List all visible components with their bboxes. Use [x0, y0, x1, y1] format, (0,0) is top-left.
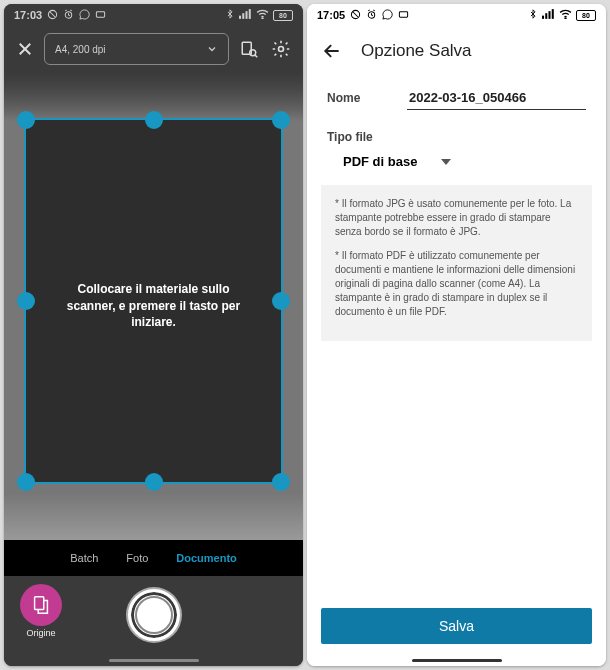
svg-rect-28: [542, 16, 544, 19]
scan-bottom-bar: Origine: [4, 576, 303, 654]
android-navbar: [4, 654, 303, 666]
status-bar: 17:05 80: [307, 4, 606, 26]
filetype-value: PDF di base: [343, 154, 417, 169]
svg-line-5: [65, 9, 66, 10]
scanner-screen: 17:03 80: [4, 4, 303, 666]
format-info-box: * Il formato JPG è usato comunemente per…: [321, 185, 592, 341]
svg-point-32: [565, 18, 566, 19]
svg-rect-31: [552, 9, 554, 19]
wifi-icon: [256, 9, 269, 21]
tab-document[interactable]: Documento: [176, 552, 237, 564]
dnd-icon: [47, 9, 58, 22]
alarm-icon: [63, 9, 74, 22]
card-icon: [95, 9, 106, 22]
svg-line-24: [372, 14, 373, 15]
svg-rect-27: [400, 11, 408, 17]
svg-line-26: [373, 9, 374, 10]
crop-handle[interactable]: [272, 292, 290, 310]
svg-line-1: [50, 11, 56, 17]
alarm-icon: [366, 9, 377, 22]
back-arrow-icon[interactable]: [321, 40, 343, 62]
battery-indicator: 80: [576, 10, 596, 21]
filetype-select[interactable]: PDF di base: [307, 150, 606, 179]
battery-indicator: 80: [273, 10, 293, 21]
name-field[interactable]: 2022-03-16_050466: [407, 86, 586, 110]
info-pdf: * Il formato PDF è utilizzato comunement…: [335, 249, 578, 319]
crop-handle[interactable]: [272, 473, 290, 491]
save-options-screen: 17:05 80: [307, 4, 606, 666]
dnd-icon: [350, 9, 361, 22]
svg-line-4: [69, 14, 70, 15]
scan-preset-label: A4, 200 dpi: [55, 44, 106, 55]
filename-row: Nome 2022-03-16_050466: [307, 76, 606, 116]
svg-rect-10: [246, 11, 248, 19]
crop-handle[interactable]: [17, 111, 35, 129]
svg-line-21: [353, 11, 359, 17]
crop-handle[interactable]: [17, 292, 35, 310]
info-jpg: * Il formato JPG è usato comunemente per…: [335, 197, 578, 239]
filetype-label: Tipo file: [307, 116, 606, 150]
bluetooth-icon: [225, 8, 235, 22]
svg-point-18: [279, 47, 284, 52]
scan-preset-dropdown[interactable]: A4, 200 dpi: [44, 33, 229, 65]
tab-batch[interactable]: Batch: [70, 552, 98, 564]
chevron-down-icon: [206, 43, 218, 55]
svg-rect-8: [239, 16, 241, 19]
preview-icon[interactable]: [237, 37, 261, 61]
signal-icon: [542, 9, 555, 21]
scanner-icon: [30, 594, 52, 616]
status-bar: 17:03 80: [4, 4, 303, 26]
close-icon[interactable]: [14, 38, 36, 60]
footer: Salva: [307, 600, 606, 654]
svg-rect-7: [97, 11, 105, 17]
wifi-icon: [559, 9, 572, 21]
scan-instruction: Collocare il materiale sullo scanner, e …: [64, 281, 244, 331]
svg-rect-19: [35, 597, 44, 610]
scan-viewport: Collocare il materiale sullo scanner, e …: [4, 72, 303, 540]
shutter-button[interactable]: [128, 589, 180, 641]
signal-icon: [239, 9, 252, 21]
status-time: 17:03: [14, 9, 42, 21]
svg-rect-29: [545, 13, 547, 19]
svg-line-25: [368, 9, 369, 10]
whatsapp-icon: [382, 9, 393, 22]
svg-rect-30: [549, 11, 551, 19]
page-title: Opzione Salva: [361, 41, 472, 61]
crop-handle[interactable]: [145, 111, 163, 129]
scan-mode-tabs: Batch Foto Documento: [4, 540, 303, 576]
crop-handle[interactable]: [272, 111, 290, 129]
scanner-toolbar: A4, 200 dpi: [4, 26, 303, 72]
origin-button[interactable]: Origine: [20, 584, 62, 638]
svg-line-6: [70, 9, 71, 10]
bluetooth-icon: [528, 8, 538, 22]
gear-icon[interactable]: [269, 37, 293, 61]
crop-handle[interactable]: [145, 473, 163, 491]
name-label: Nome: [327, 91, 407, 105]
whatsapp-icon: [79, 9, 90, 22]
save-header: Opzione Salva: [307, 26, 606, 76]
status-time: 17:05: [317, 9, 345, 21]
svg-rect-11: [249, 9, 251, 19]
svg-point-12: [262, 18, 263, 19]
crop-handle[interactable]: [17, 473, 35, 491]
save-button[interactable]: Salva: [321, 608, 592, 644]
svg-rect-9: [242, 13, 244, 19]
svg-line-17: [255, 55, 257, 57]
card-icon: [398, 9, 409, 22]
android-navbar: [307, 654, 606, 666]
chevron-down-icon: [441, 159, 451, 165]
origin-label: Origine: [20, 628, 62, 638]
tab-photo[interactable]: Foto: [126, 552, 148, 564]
